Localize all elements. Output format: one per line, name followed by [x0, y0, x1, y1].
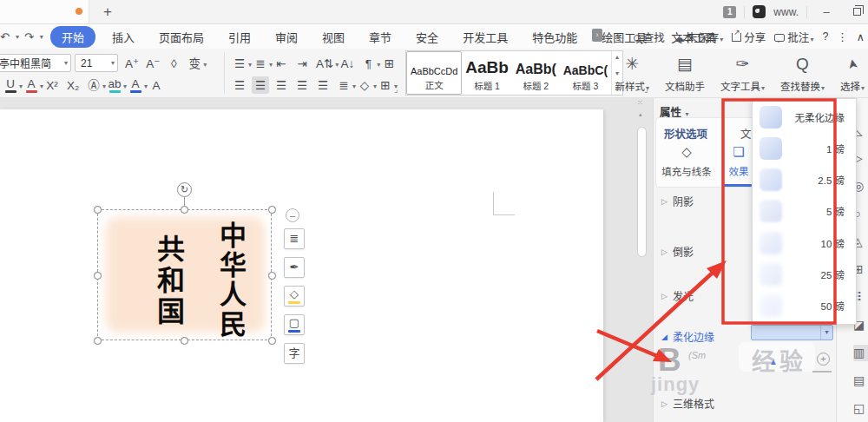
decrease-indent-button[interactable]: ⇤▾ [273, 55, 290, 72]
highlight-button[interactable]: ab▾ [106, 76, 123, 94]
font-name-select[interactable]: 亭中粗黑简▾ [0, 54, 71, 72]
paragraph-mark-button[interactable]: ¶▾ [359, 55, 377, 72]
document-scrollbar[interactable] [637, 127, 647, 257]
resize-handle-s[interactable] [181, 337, 188, 345]
pinyin-guide-button[interactable]: 变▾ [186, 55, 203, 72]
resize-handle-n[interactable] [181, 206, 188, 214]
section-shadow[interactable]: ▷阴影 [661, 194, 694, 208]
undo-button[interactable]: ↶ [0, 30, 10, 43]
properties-panel-icon[interactable]: ▥ [853, 345, 868, 361]
menu-tab-page-layout[interactable]: 页面布局 [151, 26, 212, 48]
selection-border[interactable] [97, 209, 272, 340]
char-shading-button[interactable]: A▾ [148, 76, 165, 94]
style-heading2[interactable]: AaBb( 标题 2 [512, 51, 560, 95]
new-style-button[interactable]: ✳ 新样式▾ [613, 50, 651, 96]
increase-indent-button[interactable]: ⇥▾ [293, 55, 311, 72]
minimize-button[interactable]: – [815, 3, 838, 22]
fill-color-button[interactable]: ◇ [284, 286, 305, 307]
sort-button[interactable]: A↓▾ [339, 55, 356, 72]
menu-tab-special-features[interactable]: 特色功能 [524, 26, 585, 48]
menu-tab-view[interactable]: 视图 [314, 26, 352, 48]
resize-handle-nw[interactable] [94, 206, 102, 214]
restore-button[interactable] [845, 3, 868, 22]
menu-tab-home[interactable]: 开始 [50, 26, 95, 48]
superscript-button[interactable]: X²▾ [43, 76, 61, 94]
save-status-button[interactable]: ☁未保存▾ [674, 29, 724, 45]
find-button[interactable]: 查找 [634, 29, 665, 45]
soft-edge-50pt[interactable]: 50 磅 [753, 290, 856, 321]
line-spacing-button[interactable]: ≣▾ [335, 76, 352, 94]
dialog-launcher-icon[interactable]: ⌟ [394, 85, 398, 94]
menu-tab-review[interactable]: 审阅 [267, 26, 306, 48]
undo-caret-icon[interactable]: ▾ [16, 33, 19, 41]
font-size-select[interactable]: 21▾ [75, 54, 118, 72]
collapse-tools-button[interactable]: – [286, 208, 299, 222]
help-button[interactable]: ? [822, 30, 828, 43]
menu-tab-section[interactable]: 章节 [361, 26, 399, 48]
soft-edge-10pt[interactable]: 10 磅 [753, 227, 856, 259]
menu-tab-references[interactable]: 引用 [220, 26, 259, 48]
select-button[interactable]: ➤ 选择▾ [838, 50, 866, 96]
char-effect-button[interactable]: Ⓐ▾ [85, 76, 102, 94]
outline-color-button[interactable]: ▢ [284, 314, 305, 335]
bullet-list-button[interactable]: ☰▾ [231, 55, 248, 72]
new-tab-button[interactable]: + [98, 2, 117, 22]
redo-button[interactable]: ↷ [24, 30, 34, 43]
distribute-button[interactable]: ☰▾ [314, 76, 332, 94]
text-direction-button[interactable]: A⇅▾ [314, 55, 335, 72]
underline-button[interactable]: U▾ [2, 76, 19, 94]
doc-assistant-button[interactable]: ▤ 文档助手▾ [663, 50, 707, 96]
soft-edge-25pt[interactable]: 25 磅 [753, 259, 856, 290]
align-center-button[interactable]: ☰▾ [252, 76, 269, 94]
resize-handle-ne[interactable] [268, 206, 276, 214]
share-button[interactable]: 分享 [732, 29, 766, 45]
tab-shape-options[interactable]: 形状选项 [664, 125, 707, 142]
collapse-ribbon-button[interactable]: ∧ [857, 30, 865, 43]
more-options-button[interactable]: ⋮ [837, 30, 848, 43]
comment-button[interactable]: 批注▾ [774, 29, 813, 45]
customize-toolbar-icon[interactable]: ▾ [40, 33, 43, 41]
style-heading1[interactable]: AaBb 标题 1 [462, 51, 512, 95]
find-replace-button[interactable]: Q 查找替换▾ [779, 50, 826, 96]
resize-handle-sw[interactable] [94, 337, 102, 345]
layout-options-button[interactable]: ≣ [284, 228, 305, 249]
subscript-button[interactable]: X₂▾ [64, 76, 82, 94]
align-left-button[interactable]: ☰▾ [231, 76, 248, 94]
notes-panel-icon[interactable]: ◱ [853, 400, 868, 417]
strikethrough-button[interactable]: A▾ [23, 76, 40, 94]
soft-edge-1pt[interactable]: 1 磅 [753, 133, 856, 164]
resize-handle-e[interactable] [268, 272, 276, 280]
scroll-dots-icon[interactable]: ⁙ [637, 99, 643, 107]
font-decrease-button[interactable]: A⁻▾ [144, 55, 161, 72]
justify-button[interactable]: ☰▾ [293, 76, 311, 94]
account-name[interactable]: www. [773, 6, 799, 18]
numbered-list-button[interactable]: ≣▾ [252, 55, 269, 72]
section-glow[interactable]: ▷发光 [661, 288, 694, 303]
font-increase-button[interactable]: A⁺▾ [123, 55, 141, 72]
section-soft-edges[interactable]: ◢柔化边缘 [661, 329, 714, 344]
soft-edge-5pt[interactable]: 5 磅 [753, 195, 856, 227]
style-normal[interactable]: AaBbCcDd 正文 [406, 51, 462, 95]
format-painter-button[interactable]: ✒ [284, 257, 305, 278]
section-reflection[interactable]: ▷倒影 [661, 244, 694, 259]
soft-edge-2-5pt[interactable]: 2.5 磅 [753, 164, 856, 195]
text-tools-button[interactable]: ✑ 文字工具▾ [719, 50, 766, 96]
resize-handle-w[interactable] [94, 272, 102, 280]
font-color-button[interactable]: A▾ [127, 76, 144, 94]
soft-edge-none[interactable]: 无柔化边缘 [753, 102, 856, 133]
user-avatar[interactable] [753, 5, 766, 18]
menu-tab-dev-tools[interactable]: 开发工具 [455, 26, 516, 48]
section-3d-format[interactable]: ▷三维格式 [661, 396, 714, 411]
clear-format-button[interactable]: ◊▾ [165, 55, 182, 72]
tab-text-options[interactable]: 文 [740, 125, 752, 142]
scroll-up-icon[interactable]: ▴ [639, 111, 642, 118]
soft-edge-size-select[interactable]: ▾ [751, 325, 833, 340]
align-right-button[interactable]: ☰▾ [273, 76, 290, 94]
rotate-handle[interactable]: ↻ [177, 182, 192, 197]
menu-tab-insert[interactable]: 插入 [104, 26, 142, 48]
layers-panel-icon[interactable]: ▤ [853, 373, 868, 389]
text-settings-button[interactable]: 字 [284, 343, 305, 364]
insert-table-button[interactable]: ⊞▾ [380, 55, 398, 72]
resize-handle-se[interactable] [268, 337, 276, 345]
borders-button[interactable]: ⊞▾ [377, 76, 394, 94]
